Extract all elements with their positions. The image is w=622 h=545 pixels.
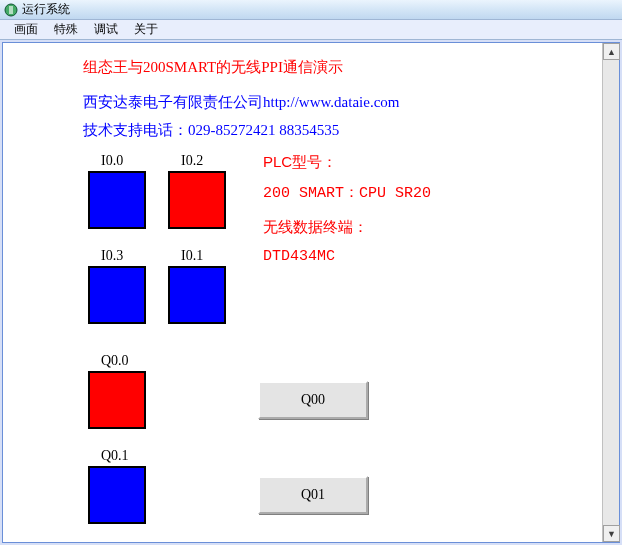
wireless-value: DTD434MC: [263, 248, 335, 265]
company-info: 西安达泰电子有限责任公司http://www.dataie.com: [83, 93, 400, 112]
menu-debug[interactable]: 调试: [86, 19, 126, 40]
indicator-i01: [168, 266, 226, 324]
titlebar: 运行系统: [0, 0, 622, 20]
menubar: 画面 特殊 调试 关于: [0, 20, 622, 40]
label-q01: Q0.1: [101, 448, 129, 464]
label-q00: Q0.0: [101, 353, 129, 369]
label-i00: I0.0: [101, 153, 123, 169]
button-q01-label: Q01: [301, 487, 325, 503]
indicator-q01: [88, 466, 146, 524]
app-icon: [4, 3, 18, 17]
label-i01: I0.1: [181, 248, 203, 264]
plc-model-label: PLC型号：: [263, 153, 337, 172]
button-q00-label: Q00: [301, 392, 325, 408]
menu-special[interactable]: 特殊: [46, 19, 86, 40]
vertical-scrollbar[interactable]: ▲ ▼: [602, 43, 619, 542]
support-phone: 技术支持电话：029-85272421 88354535: [83, 121, 339, 140]
button-q00[interactable]: Q00: [258, 381, 368, 419]
menu-about[interactable]: 关于: [126, 19, 166, 40]
plc-model-value: 200 SMART：CPU SR20: [263, 183, 431, 202]
indicator-i03: [88, 266, 146, 324]
indicator-q00: [88, 371, 146, 429]
scroll-up-icon[interactable]: ▲: [603, 43, 620, 60]
menu-picture[interactable]: 画面: [6, 19, 46, 40]
window-title: 运行系统: [22, 1, 70, 18]
client-area: 组态王与200SMART的无线PPI通信演示 西安达泰电子有限责任公司http:…: [2, 42, 620, 543]
wireless-label: 无线数据终端：: [263, 218, 368, 237]
scroll-down-icon[interactable]: ▼: [603, 525, 620, 542]
indicator-i00: [88, 171, 146, 229]
label-i03: I0.3: [101, 248, 123, 264]
indicator-i02: [168, 171, 226, 229]
page-title: 组态王与200SMART的无线PPI通信演示: [83, 58, 343, 77]
button-q01[interactable]: Q01: [258, 476, 368, 514]
svg-rect-1: [9, 6, 13, 14]
label-i02: I0.2: [181, 153, 203, 169]
